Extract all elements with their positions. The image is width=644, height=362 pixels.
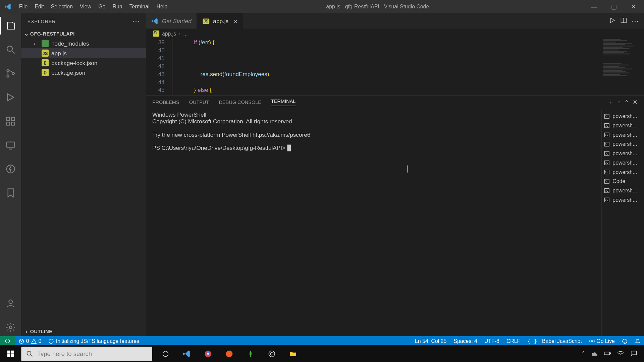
terminal-tab-item[interactable]: powersh... [604, 186, 642, 195]
breadcrumb[interactable]: JS app.js › ... [146, 29, 644, 39]
bottom-panel: PROBLEMS OUTPUT DEBUG CONSOLE TERMINAL +… [146, 95, 644, 336]
tray-battery-icon[interactable] [603, 349, 611, 359]
terminal-output[interactable]: Windows PowerShell Copyright (C) Microso… [146, 109, 601, 336]
menu-edit[interactable]: Edit [31, 4, 47, 10]
split-editor-icon[interactable] [620, 16, 627, 25]
status-init[interactable]: Initializing JS/TS language features [45, 338, 143, 344]
breadcrumb-more: ... [183, 31, 187, 37]
code-body[interactable]: if (!err) { res.send(foundEmployees) } e… [173, 39, 644, 95]
menu-terminal[interactable]: Terminal [126, 4, 153, 10]
taskbar-vscode-icon[interactable] [176, 345, 197, 362]
taskbar-search-input[interactable] [37, 350, 148, 357]
menu-run[interactable]: Run [109, 4, 126, 10]
tree-file-app-js[interactable]: JS app.js [21, 48, 146, 58]
remote-indicator-icon[interactable] [0, 336, 15, 346]
panel-close-icon[interactable]: ✕ [633, 99, 638, 106]
tray-chevron-icon[interactable]: ˄ [582, 351, 585, 357]
code-editor[interactable]: 39404142434445 if (!err) { res.send(foun… [146, 39, 644, 95]
svg-rect-14 [604, 123, 609, 127]
status-feedback-icon[interactable] [618, 338, 631, 344]
menu-go[interactable]: Go [95, 4, 109, 10]
terminal-tab-item[interactable]: Code [604, 177, 642, 186]
more-actions-icon[interactable]: ⋯ [632, 17, 639, 25]
terminal-tab-item[interactable]: powersh... [604, 167, 642, 177]
panel-tab-debug-console[interactable]: DEBUG CONSOLE [219, 100, 261, 105]
terminal-tab-item[interactable]: powersh... [604, 121, 642, 130]
run-icon[interactable] [608, 16, 615, 25]
taskbar-obs-icon[interactable] [261, 345, 282, 362]
activity-search-icon[interactable] [0, 41, 21, 58]
menu-view[interactable]: View [76, 4, 95, 10]
terminal-tab-item[interactable]: powersh... [604, 130, 642, 139]
terminal-dropdown-icon[interactable]: ⌄ [617, 99, 621, 106]
status-ln-col[interactable]: Ln 54, Col 25 [412, 338, 450, 344]
svg-point-24 [591, 340, 592, 342]
taskbar-mongodb-icon[interactable] [240, 345, 261, 362]
js-file-icon: JS [203, 17, 210, 24]
activity-accounts-icon[interactable] [0, 295, 21, 312]
window-maximize-icon[interactable]: ▢ [604, 3, 624, 10]
status-go-live[interactable]: Go Live [585, 338, 618, 344]
terminal-tab-item[interactable]: powersh... [604, 195, 642, 204]
activity-remote-icon[interactable] [0, 136, 21, 154]
activity-run-icon[interactable] [0, 88, 21, 106]
tab-close-icon[interactable]: × [234, 17, 237, 24]
terminal-cursor [287, 145, 291, 152]
system-tray: ˄ [582, 349, 644, 359]
task-view-icon[interactable] [155, 345, 176, 362]
status-encoding[interactable]: UTF-8 [481, 338, 503, 344]
window-close-icon[interactable]: ✕ [624, 3, 644, 10]
status-spaces[interactable]: Spaces: 4 [450, 338, 481, 344]
activity-settings-icon[interactable] [0, 318, 21, 336]
svg-rect-6 [7, 122, 10, 125]
tray-wifi-icon[interactable] [616, 349, 625, 359]
status-bell-icon[interactable] [631, 338, 644, 344]
tray-onedrive-icon[interactable] [590, 349, 598, 359]
panel-tab-output[interactable]: OUTPUT [189, 100, 209, 105]
minimap[interactable] [601, 39, 644, 95]
activity-explorer-icon[interactable] [0, 17, 21, 35]
svg-point-25 [623, 339, 627, 343]
tree-file-package-lock[interactable]: {} package-lock.json [21, 58, 146, 68]
activity-thunder-icon[interactable] [0, 160, 21, 178]
panel-maximize-icon[interactable]: ^ [625, 99, 628, 106]
taskbar-file-explorer-icon[interactable] [282, 345, 304, 362]
menu-selection[interactable]: Selection [47, 4, 76, 10]
tab-app-js[interactable]: JS app.js × [197, 13, 243, 29]
svg-point-37 [270, 353, 273, 355]
line-gutter: 39404142434445 [146, 39, 172, 95]
terminal-tab-item[interactable]: powersh... [604, 158, 642, 167]
panel-tab-terminal[interactable]: TERMINAL [271, 99, 296, 106]
svg-rect-15 [604, 133, 609, 137]
sidebar-more-icon[interactable]: ⋯ [132, 17, 140, 25]
svg-rect-4 [7, 117, 10, 120]
taskbar-chrome-icon[interactable] [198, 345, 219, 362]
outline-header[interactable]: › OUTLINE [21, 326, 146, 336]
explorer-project-header[interactable]: ⌄ GFG-RESTFULAPI [21, 29, 146, 39]
new-terminal-icon[interactable]: + [609, 99, 613, 106]
start-button-icon[interactable] [0, 350, 21, 358]
tab-get-started[interactable]: Get Started [146, 13, 197, 29]
status-language[interactable]: { } Babel JavaScript [524, 338, 586, 344]
svg-point-2 [7, 75, 9, 77]
menu-help[interactable]: Help [153, 4, 171, 10]
activity-source-control-icon[interactable] [0, 65, 21, 82]
statusbar: 0 0 Initializing JS/TS language features… [0, 336, 644, 346]
taskbar-postman-icon[interactable] [219, 345, 240, 362]
terminal-tab-item[interactable]: powersh... [604, 148, 642, 158]
window-minimize-icon[interactable]: — [584, 3, 604, 10]
tree-folder-node-modules[interactable]: › node_modules [21, 39, 146, 48]
activity-extensions-icon[interactable] [0, 112, 21, 130]
activity-bookmark-icon[interactable] [0, 184, 21, 202]
terminal-tab-item[interactable]: powersh... [604, 112, 642, 121]
terminal-tabs-list: powersh...powersh...powersh...powersh...… [601, 109, 644, 336]
svg-rect-19 [604, 170, 609, 174]
terminal-tab-item[interactable]: powersh... [604, 139, 642, 149]
menu-file[interactable]: File [15, 4, 31, 10]
status-eol[interactable]: CRLF [503, 338, 524, 344]
status-errors[interactable]: 0 0 [15, 338, 45, 344]
taskbar-search[interactable] [21, 347, 152, 361]
panel-tab-problems[interactable]: PROBLEMS [152, 100, 179, 105]
tray-notifications-icon[interactable] [630, 349, 638, 359]
tree-file-package-json[interactable]: {} package.json [21, 68, 146, 77]
